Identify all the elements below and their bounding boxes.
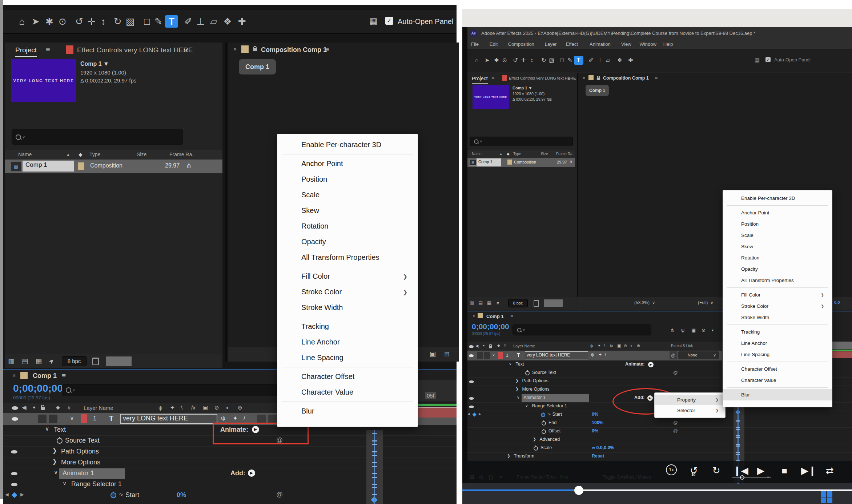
eraser-tool-icon[interactable]: ▱ (603, 56, 613, 65)
property-row-more-options[interactable]: ❯More Options (3, 457, 457, 468)
menu-item-position[interactable]: Position (277, 172, 418, 187)
menubar-layer[interactable]: Layer (545, 41, 557, 47)
property-value[interactable]: 0% (592, 428, 598, 434)
menu-item-character-offset[interactable]: Character Offset (277, 369, 418, 384)
auto-open-checkbox[interactable]: ✓ (765, 57, 771, 62)
close-tab-icon[interactable]: × (233, 46, 237, 53)
row-label-chip[interactable] (78, 162, 84, 170)
rectangle-tool-icon[interactable]: □ (140, 15, 153, 28)
tab-timeline[interactable]: Comp 1 (486, 314, 504, 319)
property-value-linked[interactable]: ∞ 0.0,0.0% (592, 445, 614, 450)
shy-toggle-icon[interactable]: ψ (681, 327, 684, 333)
submenu-item-selector[interactable]: Selector❯ (655, 405, 725, 416)
menubar-window[interactable]: Window (640, 41, 656, 47)
timeline-search-input[interactable]: ∨ (513, 324, 651, 335)
panel-menu-icon[interactable]: ≡ (46, 45, 50, 54)
layer-expand-chevron[interactable]: ∨ (492, 352, 495, 357)
menu-item-enable-per-character-3d[interactable]: Enable Per-character 3D (277, 137, 418, 153)
menu-item-stroke-color[interactable]: Stroke Color❯ (277, 284, 418, 300)
next-frame-icon[interactable]: ▶❙ (801, 464, 813, 477)
trash-icon[interactable] (92, 358, 99, 365)
work-area-bar[interactable] (418, 404, 457, 406)
pen-tool-icon[interactable]: ✎ (565, 56, 575, 65)
property-label[interactable]: Animator 1 (524, 395, 546, 400)
property-row-range-selector-1[interactable]: ∨Range Selector 1 (3, 479, 457, 490)
animate-button-icon[interactable] (648, 362, 654, 367)
property-eye-icon[interactable] (469, 397, 474, 400)
property-chevron-icon[interactable]: ∨ (509, 362, 512, 366)
property-label[interactable]: End (548, 420, 556, 425)
property-row-animator-1[interactable]: ∨Animator 1Add: (3, 468, 457, 479)
property-chevron-icon[interactable]: ∨ (45, 426, 49, 432)
pickwhip-icon[interactable]: @ (673, 420, 678, 425)
row-label-chip[interactable] (507, 160, 512, 165)
property-chevron-icon[interactable]: ❯ (515, 387, 519, 391)
property-row-advanced[interactable]: ❯Advanced (467, 436, 852, 444)
roto-brush-tool-icon[interactable]: ❖ (221, 15, 234, 28)
property-label[interactable]: Offset (548, 428, 560, 434)
timeline-menu-icon[interactable]: ≡ (62, 372, 66, 380)
parent-dropdown[interactable]: None ∨ (678, 351, 719, 359)
property-label[interactable]: Animator 1 (63, 469, 94, 477)
switch-box[interactable] (38, 415, 47, 423)
menu-item-opacity[interactable]: Opacity (723, 263, 832, 275)
brush-tool-icon[interactable]: ✐ (586, 56, 596, 65)
property-row-scale[interactable]: Scale∞ 0.0,0.0% (467, 444, 852, 453)
bpc-button[interactable]: 8 bpc (508, 299, 528, 307)
column-size[interactable]: Size (541, 152, 548, 156)
title-bar[interactable]: Ae Adobe After Effects 2025 - E:\Adobe[E… (467, 27, 852, 40)
property-chevron-icon[interactable]: ∨ (517, 395, 520, 400)
tab-project[interactable]: Project (15, 46, 37, 57)
stopwatch-icon[interactable] (57, 438, 63, 444)
zoom-tool-icon[interactable]: ⊙ (500, 56, 509, 65)
column-name[interactable]: Name (18, 152, 32, 157)
dolly-tool-icon[interactable]: ↕ (527, 56, 536, 65)
home-tool-icon[interactable]: ⌂ (472, 56, 481, 65)
switch-box[interactable] (257, 415, 266, 423)
close-tab-icon[interactable]: × (12, 372, 16, 379)
trash-icon[interactable] (534, 300, 539, 307)
comp-thumbnail[interactable]: VERY LONG TEXT HERE (473, 85, 509, 109)
menu-item-all-transform-properties[interactable]: All Transform Properties (723, 275, 832, 286)
graph-icon[interactable]: ∿ (548, 412, 551, 416)
region-of-interest-tool-icon[interactable]: ▧ (547, 56, 556, 65)
menu-item-tracking[interactable]: Tracking (723, 326, 832, 338)
label-color-column-icon[interactable]: ◆ (507, 152, 510, 156)
property-chevron-icon[interactable]: ∨ (525, 403, 528, 408)
property-chevron-icon[interactable]: ∨ (54, 469, 58, 476)
stopwatch-icon[interactable] (542, 430, 546, 434)
region-of-interest-tool-icon[interactable]: ▧ (124, 15, 137, 28)
column-frame-rate[interactable]: Frame Ra.. (169, 152, 195, 157)
tab-overflow-chevrons[interactable]: » (568, 75, 571, 81)
property-label[interactable]: Advanced (540, 437, 560, 442)
property-chevron-icon[interactable]: ∨ (63, 480, 67, 487)
menu-item-fill-color[interactable]: Fill Color❯ (723, 289, 832, 301)
switch-box[interactable] (477, 352, 483, 359)
composition-mini-flowchart-icon[interactable]: ⋔ (670, 327, 674, 333)
current-timecode[interactable]: 0;00;00;00 (472, 322, 509, 331)
clone-stamp-tool-icon[interactable]: ⊥ (194, 15, 207, 28)
progress-bar-remaining[interactable] (579, 489, 852, 491)
play-icon[interactable]: ▶ (755, 464, 767, 477)
property-row-path-options[interactable]: ❯Path Options (3, 447, 457, 457)
label-color-column-icon[interactable]: ◆ (79, 152, 83, 157)
menubar-view[interactable]: View (621, 41, 631, 47)
new-folder-icon[interactable]: ▤ (22, 357, 28, 365)
keyframe-next-icon[interactable]: ▶ (479, 412, 481, 416)
property-row-offset[interactable]: Offset0%@ (467, 428, 852, 436)
menu-item-character-offset[interactable]: Character Offset (723, 363, 832, 375)
time-ruler[interactable]: 05f (418, 380, 457, 402)
time-ruler[interactable] (832, 342, 852, 349)
hand-tool-icon[interactable]: ✱ (43, 15, 56, 28)
loop-icon[interactable]: ↻ (710, 464, 723, 477)
panel-icon[interactable]: ▦ (755, 57, 760, 63)
menu-item-stroke-width[interactable]: Stroke Width (723, 312, 832, 323)
flowchart-icon[interactable]: ⋔ (569, 159, 573, 164)
orbit-camera-tool-icon[interactable]: ↺ (73, 15, 86, 28)
shy-switch-icon[interactable]: ψ (591, 352, 594, 357)
pan-behind-tool-icon[interactable]: ✛ (85, 15, 98, 28)
timeline-menu-icon[interactable]: ≡ (510, 313, 513, 319)
pickwhip-icon[interactable]: @ (673, 428, 678, 434)
shy-switch-icon[interactable]: ψ (221, 415, 225, 422)
property-label[interactable]: Source Text (65, 437, 100, 444)
